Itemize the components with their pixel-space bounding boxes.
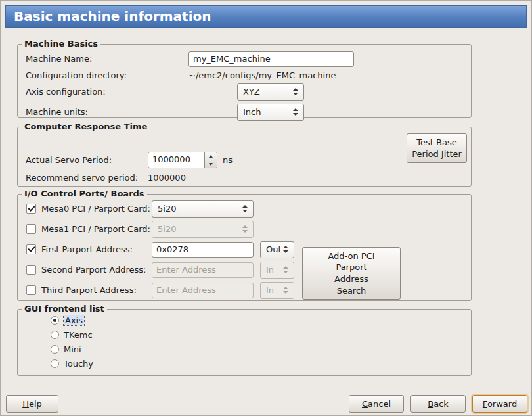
second-parport-label: Second Parport Address: bbox=[41, 265, 152, 275]
third-parport-row: Third Parport Address: In bbox=[18, 280, 471, 300]
axis-config-select[interactable]: XYZ bbox=[237, 83, 304, 101]
machine-units-select[interactable]: Inch bbox=[237, 104, 304, 121]
mesa1-card-select: 5i20 bbox=[152, 221, 254, 238]
response-time-frame: Computer Response Time Test Base Period … bbox=[17, 127, 472, 187]
addon-pci-parport-search-button[interactable]: Add-on PCI Parport Address Search bbox=[302, 247, 401, 300]
mesa0-checkbox[interactable] bbox=[26, 204, 36, 214]
test-base-period-jitter-button[interactable]: Test Base Period Jitter bbox=[407, 133, 467, 163]
config-dir-row: Configuration directory: ~/emc2/configs/… bbox=[18, 68, 471, 83]
second-parport-direction-select: In bbox=[260, 262, 294, 279]
touchy-radio[interactable] bbox=[51, 359, 59, 368]
cancel-button[interactable]: Cancel bbox=[349, 395, 404, 413]
first-parport-direction-value: Out bbox=[261, 244, 280, 254]
page-title-banner: Basic machine information bbox=[5, 5, 527, 28]
third-parport-label: Third Parport Address: bbox=[41, 285, 152, 295]
back-button-label: Back bbox=[428, 399, 449, 409]
test-button-line2: Period Jitter bbox=[412, 149, 462, 160]
machine-name-label: Machine Name: bbox=[26, 54, 188, 64]
servo-period-row: Actual Servo Period: 1000000 ns bbox=[18, 151, 471, 169]
axis-config-row: Axis configuration: XYZ bbox=[18, 83, 471, 101]
mini-radio-label[interactable]: Mini bbox=[64, 344, 81, 354]
gui-option-touchy[interactable]: Touchy bbox=[18, 356, 471, 371]
third-parport-checkbox[interactable] bbox=[26, 285, 36, 295]
servo-period-value: 1000000 bbox=[148, 152, 204, 168]
machine-basics-frame: Machine Basics Machine Name: Configurati… bbox=[17, 44, 472, 118]
first-parport-label: First Parport Address: bbox=[41, 244, 152, 254]
axis-config-value: XYZ bbox=[238, 87, 290, 97]
addon-button-line1: Add-on PCI bbox=[328, 250, 374, 262]
response-time-frame-label: Computer Response Time bbox=[22, 122, 150, 131]
spin-up-icon[interactable] bbox=[205, 152, 217, 160]
io-ports-frame: I/O Control Ports/ Boards Mesa0 PCI / Pa… bbox=[17, 194, 472, 301]
chevron-updown-icon bbox=[280, 246, 290, 253]
config-dir-value: ~/emc2/configs/my_EMC_machine bbox=[188, 70, 336, 80]
spin-down-icon[interactable] bbox=[205, 160, 217, 168]
page-title: Basic machine information bbox=[14, 9, 211, 24]
recommend-period-row: Recommend servo period: 1000000 bbox=[18, 170, 471, 185]
first-parport-row: First Parport Address: Out bbox=[18, 239, 471, 260]
first-parport-address-input[interactable] bbox=[152, 242, 254, 258]
second-parport-checkbox[interactable] bbox=[26, 265, 36, 275]
gui-option-axis[interactable]: Axis bbox=[18, 313, 471, 327]
help-button-label: Help bbox=[22, 399, 42, 409]
servo-period-label: Actual Servo Period: bbox=[26, 155, 148, 165]
recommend-period-label: Recommend servo period: bbox=[26, 173, 148, 183]
machine-units-label: Machine units: bbox=[26, 107, 188, 117]
chevron-updown-icon bbox=[280, 266, 290, 273]
servo-period-spinner[interactable]: 1000000 bbox=[148, 152, 217, 168]
forward-button[interactable]: Forward bbox=[472, 395, 527, 413]
chevron-updown-icon bbox=[290, 108, 300, 116]
help-button[interactable]: Help bbox=[6, 395, 58, 413]
mesa0-row: Mesa0 PCI / Parport Card: 5i20 bbox=[18, 198, 471, 219]
spinner-buttons bbox=[204, 152, 217, 168]
test-button-line1: Test Base bbox=[416, 137, 456, 149]
axis-config-label: Axis configuration: bbox=[26, 87, 188, 97]
machine-name-input[interactable] bbox=[188, 51, 354, 67]
addon-button-line3: Address bbox=[334, 273, 368, 285]
servo-period-unit: ns bbox=[223, 155, 233, 165]
gui-option-tkemc[interactable]: TKemc bbox=[18, 327, 471, 342]
mesa1-row: Mesa1 PCI / Parport Card: 5i20 bbox=[18, 219, 471, 239]
machine-name-row: Machine Name: bbox=[18, 50, 471, 68]
back-button[interactable]: Back bbox=[410, 395, 466, 413]
gui-frontend-frame-label: GUI frontend list bbox=[22, 304, 107, 313]
first-parport-direction-select[interactable]: Out bbox=[260, 241, 294, 258]
mesa1-card-value: 5i20 bbox=[152, 224, 240, 234]
addon-button-line2: Parport bbox=[336, 262, 366, 273]
wizard-window: Basic machine information Machine Basics… bbox=[0, 0, 532, 416]
touchy-radio-label[interactable]: Touchy bbox=[64, 359, 93, 369]
addon-button-line4: Search bbox=[337, 285, 366, 297]
mesa0-card-value: 5i20 bbox=[152, 204, 240, 214]
axis-radio-label[interactable]: Axis bbox=[64, 315, 84, 325]
io-ports-frame-label: I/O Control Ports/ Boards bbox=[22, 189, 147, 198]
config-dir-label: Configuration directory: bbox=[26, 70, 188, 80]
recommend-period-value: 1000000 bbox=[148, 173, 186, 183]
forward-button-label: Forward bbox=[483, 399, 517, 409]
machine-basics-frame-label: Machine Basics bbox=[22, 39, 100, 49]
chevron-updown-icon bbox=[240, 205, 250, 212]
gui-frontend-frame: GUI frontend list Axis TKemc Mini Touchy bbox=[17, 309, 472, 376]
tkemc-radio[interactable] bbox=[51, 331, 59, 339]
first-parport-checkbox[interactable] bbox=[26, 244, 36, 254]
cancel-button-label: Cancel bbox=[362, 399, 391, 409]
chevron-updown-icon bbox=[280, 287, 290, 294]
third-parport-direction-select: In bbox=[260, 282, 294, 299]
mesa1-label: Mesa1 PCI / Parport Card: bbox=[41, 224, 152, 234]
machine-units-value: Inch bbox=[238, 107, 290, 117]
chevron-updown-icon bbox=[290, 88, 300, 95]
third-parport-direction-value: In bbox=[261, 285, 280, 295]
chevron-updown-icon bbox=[240, 225, 250, 233]
tkemc-radio-label[interactable]: TKemc bbox=[64, 330, 93, 340]
gui-option-mini[interactable]: Mini bbox=[18, 342, 471, 356]
mesa1-checkbox[interactable] bbox=[26, 224, 36, 234]
second-parport-address-input bbox=[152, 262, 254, 278]
axis-radio[interactable] bbox=[51, 316, 59, 325]
third-parport-address-input bbox=[152, 283, 254, 298]
mesa0-label: Mesa0 PCI / Parport Card: bbox=[41, 204, 152, 214]
machine-units-row: Machine units: Inch bbox=[18, 103, 471, 121]
mini-radio[interactable] bbox=[51, 345, 59, 354]
mesa0-card-select[interactable]: 5i20 bbox=[152, 200, 254, 218]
second-parport-direction-value: In bbox=[261, 265, 280, 275]
second-parport-row: Second Parport Address: In bbox=[18, 260, 471, 280]
